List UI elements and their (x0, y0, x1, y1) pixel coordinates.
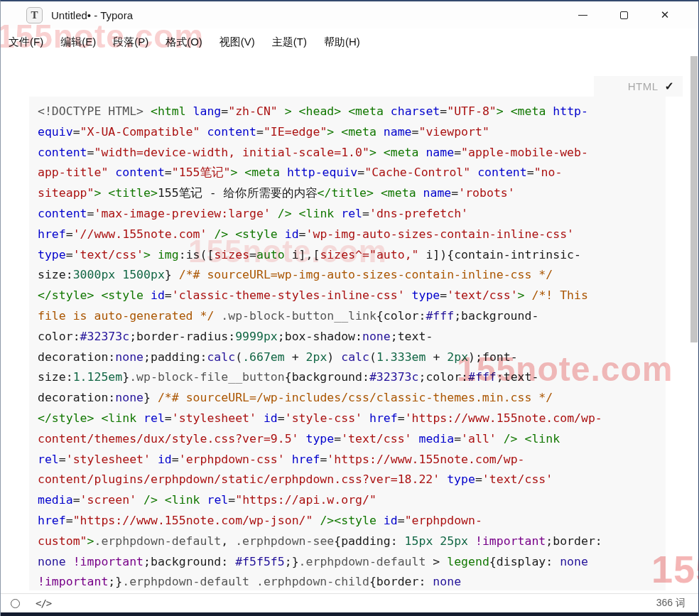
close-button[interactable]: ✕ (644, 1, 686, 28)
menu-bar: 文件(F) 编辑(E) 段落(P) 格式(O) 视图(V) 主题(T) 帮助(H… (1, 28, 698, 55)
code-line: </style> <link rel='stylesheet' id='styl… (38, 409, 657, 429)
menu-item-help[interactable]: 帮助(H) (324, 36, 360, 49)
minimize-button[interactable] (562, 1, 603, 28)
code-line: content/plugins/erphpdown/static/erphpdo… (38, 470, 657, 490)
sidebar-toggle-icon[interactable] (11, 599, 20, 608)
code-line: color:#32373c;border-radius:9999px;box-s… (38, 327, 657, 347)
window-controls: ✕ (562, 1, 686, 28)
editor-area[interactable]: HTML ✓ <!DOCTYPE HTML> <html lang="zh-CN… (1, 55, 698, 595)
vertical-scrollbar-thumb[interactable] (690, 56, 698, 342)
menu-item-edit[interactable]: 编辑(E) (60, 36, 96, 49)
code-fence-block[interactable]: <!DOCTYPE HTML> <html lang="zh-CN" > <he… (29, 97, 666, 590)
typora-app-icon: T (26, 7, 43, 23)
code-line: size:3000px 1500px} /*# sourceURL=wp-img… (38, 265, 657, 286)
typora-window: T Untitled• - Typora ✕ 文件(F) 编辑(E) 段落(P)… (0, 0, 699, 616)
window-bottom-edge (1, 612, 698, 616)
code-line: app-title" content="155笔记"> <meta http-e… (38, 163, 657, 183)
code-line: size:1.125em}.wp-block-file__button{back… (38, 367, 657, 388)
code-line: href='//www.155note.com' /> <style id='w… (38, 225, 657, 245)
code-line: rel='stylesheet' id='erphpdown-css' href… (38, 450, 657, 470)
menu-item-paragraph[interactable]: 段落(P) (113, 36, 148, 49)
status-bar: </> 366 词 (1, 593, 698, 612)
code-line: content="width=device-width, initial-sca… (38, 143, 657, 163)
source-code-mode-icon[interactable]: </> (36, 598, 51, 609)
window-title: Untitled• - Typora (51, 9, 133, 21)
title-bar: T Untitled• - Typora ✕ (1, 1, 698, 28)
code-line: none !important;background: #f5f5f5;}.er… (38, 552, 657, 573)
code-language-tab: HTML ✓ (594, 76, 683, 97)
code-line: !important;}.erphpdown-default .erphpdow… (38, 572, 657, 590)
close-icon: ✕ (661, 9, 670, 21)
code-line: media='screen' /> <link rel="https://api… (38, 490, 657, 511)
code-line: content='max-image-preview:large' /> <li… (38, 204, 657, 225)
menu-item-theme[interactable]: 主题(T) (272, 36, 307, 49)
code-line: custom">.erphpdown-default, .erphpdown-s… (38, 531, 657, 552)
checkmark-icon: ✓ (665, 80, 674, 93)
menu-item-view[interactable]: 视图(V) (220, 36, 255, 49)
code-language-label[interactable]: HTML (628, 80, 659, 92)
maximize-icon (620, 11, 628, 19)
code-line: equiv="X-UA-Compatible" content="IE=edge… (38, 122, 657, 143)
menu-item-file[interactable]: 文件(F) (9, 36, 43, 49)
code-line: file is auto-generated */ .wp-block-butt… (38, 306, 657, 327)
code-line: <!DOCTYPE HTML> <html lang="zh-CN" > <he… (38, 102, 657, 122)
code-line: decoration:none;padding:calc(.667em + 2p… (38, 347, 657, 368)
code-line: siteapp"> <title>155笔记 - 给你所需要的内容</title… (38, 183, 657, 204)
code-line: decoration:none} /*# sourceURL=/wp-inclu… (38, 388, 657, 409)
menu-item-format[interactable]: 格式(O) (166, 36, 202, 49)
code-line: content/themes/dux/style.css?ver=9.5' ty… (38, 429, 657, 450)
word-count[interactable]: 366 词 (656, 597, 698, 610)
minimize-icon (578, 15, 587, 16)
maximize-button[interactable] (603, 1, 644, 28)
code-line: type='text/css'> img:is([sizes=auto i],[… (38, 245, 657, 266)
code-line: </style> <style id='classic-theme-styles… (38, 286, 657, 306)
code-line: href="https://www.155note.com/wp-json/" … (38, 511, 657, 531)
